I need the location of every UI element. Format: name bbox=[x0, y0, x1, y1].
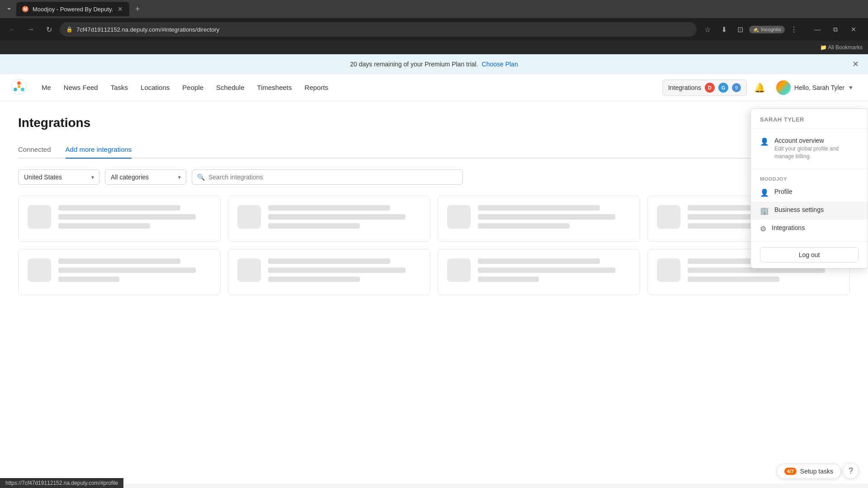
region-filter-wrapper: United States bbox=[18, 169, 99, 185]
nav-locations[interactable]: Locations bbox=[141, 82, 170, 93]
address-bar[interactable]: 🔒 7cf47d19112152.na.deputy.com/#integrat… bbox=[60, 22, 697, 37]
reload-button[interactable]: ↻ bbox=[42, 22, 56, 37]
profile-icon: 👤 bbox=[760, 188, 769, 197]
profile-button[interactable]: ⊡ bbox=[733, 22, 747, 37]
setup-tasks-button[interactable]: 4/7 Setup tasks bbox=[777, 464, 841, 479]
user-menu-button[interactable]: Hello, Sarah Tyler ▼ bbox=[773, 79, 857, 97]
notifications-button[interactable]: 🔔 bbox=[754, 82, 765, 93]
page-title: Integrations bbox=[18, 116, 850, 130]
card-desc-skeleton-2 bbox=[268, 277, 360, 282]
forward-button[interactable]: → bbox=[24, 22, 38, 37]
integration-cards-grid bbox=[18, 196, 850, 242]
account-overview-content: Account overview Edit your global profil… bbox=[774, 137, 859, 160]
main-content: Integrations Connected Add more integrat… bbox=[0, 101, 868, 310]
menu-button[interactable]: ⋮ bbox=[787, 22, 801, 37]
account-icon: 👤 bbox=[760, 137, 769, 146]
minimize-button[interactable]: — bbox=[808, 22, 826, 37]
category-filter[interactable]: All categories bbox=[105, 169, 186, 185]
integration-card[interactable] bbox=[438, 196, 640, 242]
trial-banner: 20 days remaining of your Premium Plan t… bbox=[0, 54, 868, 74]
integration-card[interactable] bbox=[18, 196, 221, 242]
close-window-button[interactable]: ✕ bbox=[844, 22, 863, 37]
user-dropdown-menu: SARAH TYLER 👤 Account overview Edit your… bbox=[750, 108, 868, 268]
tab-close-button[interactable]: ✕ bbox=[117, 5, 124, 13]
logo[interactable] bbox=[11, 79, 27, 97]
region-filter[interactable]: United States bbox=[18, 169, 99, 185]
business-settings-item[interactable]: 🏢 Business settings bbox=[751, 202, 868, 220]
integrations-dropdown-item[interactable]: ⚙ Integrations bbox=[751, 220, 868, 238]
card-logo bbox=[447, 258, 471, 282]
business-settings-title: Business settings bbox=[774, 206, 859, 213]
profile-title: Profile bbox=[774, 188, 859, 195]
svg-point-3 bbox=[17, 81, 21, 85]
integrations-nav-button[interactable]: Integrations D G 9 bbox=[662, 80, 747, 96]
search-input[interactable] bbox=[192, 169, 463, 185]
restore-button[interactable]: ⧉ bbox=[826, 22, 844, 37]
card-content bbox=[478, 258, 631, 286]
search-wrapper: 🔍 bbox=[192, 169, 463, 185]
moodjoy-section-label: MOODJOY bbox=[751, 173, 868, 183]
integrations-dropdown-title: Integrations bbox=[772, 224, 859, 231]
nav-me[interactable]: Me bbox=[42, 82, 51, 93]
new-tab-button[interactable]: + bbox=[131, 3, 144, 15]
url-text: 7cf47d19112152.na.deputy.com/#integratio… bbox=[76, 26, 690, 33]
integration-count: 9 bbox=[732, 83, 741, 92]
card-title-skeleton bbox=[58, 205, 180, 211]
banner-close-button[interactable]: ✕ bbox=[852, 59, 859, 69]
choose-plan-link[interactable]: Choose Plan bbox=[482, 61, 518, 68]
bookmark-button[interactable]: ☆ bbox=[700, 22, 715, 37]
card-content bbox=[58, 258, 211, 286]
account-overview-desc: Edit your global profile and manage bill… bbox=[774, 145, 859, 160]
business-settings-content: Business settings bbox=[774, 206, 859, 213]
card-title-skeleton bbox=[268, 205, 390, 211]
svg-point-5 bbox=[14, 88, 17, 91]
nav-schedule[interactable]: Schedule bbox=[216, 82, 245, 93]
integration-card[interactable] bbox=[228, 249, 430, 295]
card-logo bbox=[447, 205, 471, 229]
card-content bbox=[268, 258, 421, 286]
card-logo bbox=[28, 205, 51, 229]
card-title-skeleton bbox=[478, 258, 600, 264]
nav-news-feed[interactable]: News Feed bbox=[64, 82, 98, 93]
card-content bbox=[58, 205, 211, 232]
dropdown-logout-section: Log out bbox=[751, 242, 868, 268]
card-desc-skeleton-2 bbox=[58, 277, 119, 282]
active-tab[interactable]: M Moodjoy - Powered By Deputy. ✕ bbox=[16, 2, 129, 16]
banner-text: 20 days remaining of your Premium Plan t… bbox=[350, 61, 478, 68]
svg-point-6 bbox=[18, 85, 20, 88]
status-url: https://7cf47d19112152.na.deputy.com/#pr… bbox=[5, 480, 118, 486]
download-button[interactable]: ⬇ bbox=[717, 22, 731, 37]
card-desc-skeleton-2 bbox=[478, 223, 570, 229]
integration-cards-grid-2 bbox=[18, 249, 850, 295]
tab-connected[interactable]: Connected bbox=[18, 141, 51, 159]
profile-item[interactable]: 👤 Profile bbox=[751, 183, 868, 202]
card-desc-skeleton-1 bbox=[268, 267, 406, 273]
nav-timesheets[interactable]: Timesheets bbox=[257, 82, 292, 93]
nav-people[interactable]: People bbox=[182, 82, 203, 93]
account-overview-title: Account overview bbox=[774, 137, 859, 144]
logout-button[interactable]: Log out bbox=[760, 247, 859, 263]
dropdown-moodjoy-section: MOODJOY 👤 Profile 🏢 Business settings ⚙ … bbox=[751, 169, 868, 241]
card-content bbox=[478, 205, 631, 232]
nav-reports[interactable]: Reports bbox=[305, 82, 329, 93]
integration-card[interactable] bbox=[438, 249, 640, 295]
svg-text:M: M bbox=[24, 7, 27, 12]
card-desc-skeleton-2 bbox=[58, 223, 150, 229]
status-bar: https://7cf47d19112152.na.deputy.com/#pr… bbox=[0, 478, 123, 488]
bookmarks-label: 📁 All Bookmarks bbox=[820, 44, 863, 51]
dropdown-user-section: SARAH TYLER bbox=[751, 109, 868, 129]
account-overview-item[interactable]: 👤 Account overview Edit your global prof… bbox=[751, 132, 868, 165]
tab-list-expand[interactable] bbox=[4, 3, 14, 15]
help-button[interactable]: ? bbox=[843, 463, 859, 479]
tab-add-more[interactable]: Add more integrations bbox=[66, 141, 132, 159]
nav-tasks[interactable]: Tasks bbox=[111, 82, 128, 93]
card-desc-skeleton-1 bbox=[58, 267, 196, 273]
integration-card[interactable] bbox=[228, 196, 430, 242]
card-title-skeleton bbox=[268, 258, 390, 264]
back-button[interactable]: ← bbox=[5, 22, 20, 37]
user-avatar bbox=[776, 80, 791, 95]
integration-avatar-2: G bbox=[718, 83, 728, 93]
setup-progress: 4/7 bbox=[784, 468, 797, 475]
card-title-skeleton bbox=[58, 258, 180, 264]
integration-card[interactable] bbox=[18, 249, 221, 295]
